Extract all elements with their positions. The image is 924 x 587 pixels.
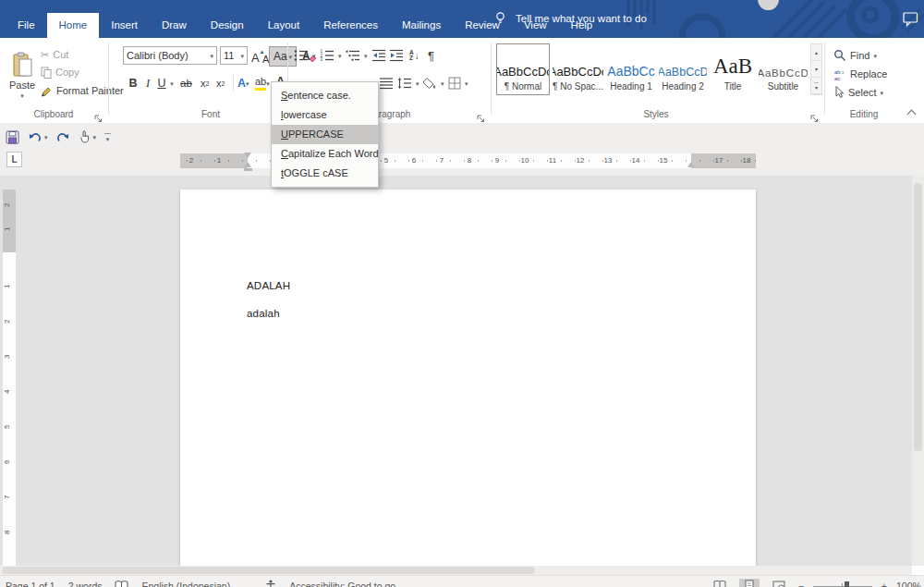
tab-mailings[interactable]: Mailings [390, 13, 453, 38]
bold-button[interactable]: B [127, 73, 140, 93]
chevron-up-icon [907, 110, 917, 119]
style-name: Heading 2 [662, 81, 704, 92]
copy-icon [41, 67, 52, 79]
find-label: Find [850, 50, 869, 61]
group-divider [491, 43, 492, 115]
borders-button[interactable]: ▾ [448, 75, 468, 92]
accessibility-icon[interactable] [265, 580, 276, 587]
menu-item-lowercase[interactable]: lowercase [272, 105, 378, 125]
tab-file[interactable]: File [6, 13, 47, 38]
menu-item-uppercase[interactable]: UPPERCASE [272, 125, 378, 144]
redo-icon[interactable] [56, 131, 70, 143]
superscript-button[interactable]: x2 [216, 73, 225, 93]
decrease-indent-button[interactable] [372, 47, 386, 64]
sort-button[interactable]: AZ ↓ [409, 47, 419, 64]
justify-button[interactable] [380, 75, 393, 92]
tab-design[interactable]: Design [199, 13, 256, 38]
web-layout-button[interactable] [769, 579, 789, 587]
right-indent-marker[interactable] [687, 162, 695, 167]
save-icon[interactable] [6, 130, 19, 144]
underline-button[interactable]: U [156, 73, 167, 93]
style-no-spacing[interactable]: AaBbCcDc ¶ No Spac... [552, 43, 604, 95]
replace-label: Replace [850, 68, 887, 79]
paste-button[interactable]: Paste ▾ [6, 44, 39, 105]
document-page[interactable]: ADALAH adalah [180, 190, 756, 566]
underline-dropdown[interactable]: ▾ [168, 73, 176, 93]
comments-button[interactable] [903, 12, 918, 31]
font-family-combobox[interactable]: Calibri (Body) ▾ [123, 46, 217, 65]
collapse-ribbon-button[interactable] [908, 111, 915, 117]
style-heading2[interactable]: AaBbCcD Heading 2 [658, 43, 708, 95]
increase-indent-button[interactable] [390, 47, 404, 64]
tell-me-box[interactable]: Tell me what you want to do [493, 11, 647, 25]
page-indicator[interactable]: Page 1 of 1 [6, 581, 55, 587]
style-heading1[interactable]: AaBbCc Heading 1 [606, 43, 656, 95]
vertical-scrollbar-thumb[interactable] [914, 183, 922, 451]
numbering-button[interactable]: 123 ▾ [320, 47, 342, 64]
customize-qat-button[interactable]: — ▾ [104, 131, 111, 141]
menu-item-capitalize-each-word[interactable]: Capitalize Each Word [272, 144, 378, 164]
hanging-indent-marker[interactable] [244, 162, 251, 167]
read-mode-button[interactable] [710, 579, 730, 587]
menu-item-sentence-case[interactable]: Sentence case. [272, 86, 378, 105]
copy-button[interactable]: Copy [41, 64, 79, 80]
tab-references[interactable]: References [311, 13, 390, 38]
undo-button[interactable]: ▾ [28, 131, 48, 143]
styles-scroll-down[interactable]: ▾ [811, 61, 821, 78]
toolbar-band: ▾ ▾ — ▾ L 21 123456789101112131415 1718 [0, 123, 924, 176]
small-divider [233, 75, 234, 92]
select-button[interactable]: Select ▾ [833, 84, 883, 101]
style-name: Heading 1 [610, 81, 652, 92]
accessibility-status[interactable]: Accessibility: Good to go [289, 581, 395, 587]
style-title[interactable]: AaB Title [710, 43, 756, 95]
zoom-slider-thumb[interactable] [845, 581, 849, 587]
font-size-combobox[interactable]: 11 ▾ [220, 46, 248, 65]
tab-stop-selector[interactable]: L [6, 152, 22, 167]
left-indent-marker[interactable] [244, 168, 252, 171]
find-button[interactable]: Find ▾ [833, 47, 877, 64]
style-normal[interactable]: AaBbCcDc ¶ Normal [496, 43, 550, 95]
show-paragraph-marks-button[interactable]: ¶ [428, 47, 434, 64]
strikethrough-button[interactable]: ab [180, 73, 192, 93]
tab-home[interactable]: Home [47, 13, 100, 38]
styles-scroll-up[interactable]: ▴ [811, 44, 821, 61]
borders-icon [448, 77, 461, 90]
zoom-slider[interactable] [813, 579, 872, 587]
multilevel-list-button[interactable]: ▾ [346, 47, 368, 64]
zoom-in-button[interactable]: + [881, 581, 887, 587]
style-subtitle[interactable]: AaBbCcD Subtitle [758, 43, 808, 95]
zoom-out-button[interactable]: − [798, 581, 804, 587]
tab-layout[interactable]: Layout [256, 13, 312, 38]
replace-button[interactable]: ab ac Replace [833, 66, 887, 82]
styles-group-label: Styles [564, 109, 748, 119]
italic-button[interactable]: I [143, 73, 152, 93]
change-case-button[interactable]: Aa ▾ [269, 46, 297, 67]
font-family-dropdown-arrow: ▾ [210, 53, 213, 59]
horizontal-scrollbar-thumb[interactable] [2, 567, 535, 574]
format-painter-button[interactable]: Format Painter [41, 82, 124, 99]
tab-draw[interactable]: Draw [150, 13, 199, 38]
text-highlight-button[interactable]: ab▾ [255, 73, 270, 93]
tab-insert[interactable]: Insert [99, 13, 150, 38]
zoom-percentage[interactable]: 100% [896, 581, 924, 587]
horizontal-scrollbar[interactable] [0, 566, 912, 575]
paragraph-dialog-launcher[interactable] [477, 110, 486, 119]
bullets-button[interactable]: ▾ [294, 47, 316, 64]
vertical-scrollbar[interactable] [912, 176, 924, 566]
text-effects-button[interactable]: A▾ [237, 73, 249, 93]
line-spacing-button[interactable]: ▾ [397, 75, 419, 92]
word-count[interactable]: 2 words [68, 581, 103, 587]
cut-button[interactable]: ✂ Cut [41, 46, 68, 63]
first-line-indent-marker[interactable] [244, 153, 251, 158]
language-indicator[interactable]: English (Indonesian) [141, 581, 230, 587]
subscript-button[interactable]: x2 [201, 73, 209, 93]
font-size-value: 11 [224, 50, 234, 61]
proofing-book-icon[interactable] [115, 581, 128, 587]
shading-button[interactable]: ▾ [422, 75, 444, 92]
touch-mode-button[interactable]: ▾ [79, 130, 97, 143]
print-layout-button[interactable] [739, 579, 760, 587]
menu-item-toggle-case[interactable]: tOGGLE cASE [272, 164, 378, 183]
clipboard-dialog-launcher[interactable] [94, 110, 103, 119]
numbering-arrow: ▾ [338, 53, 342, 59]
styles-gallery-expand[interactable]: —▾ [811, 78, 821, 94]
